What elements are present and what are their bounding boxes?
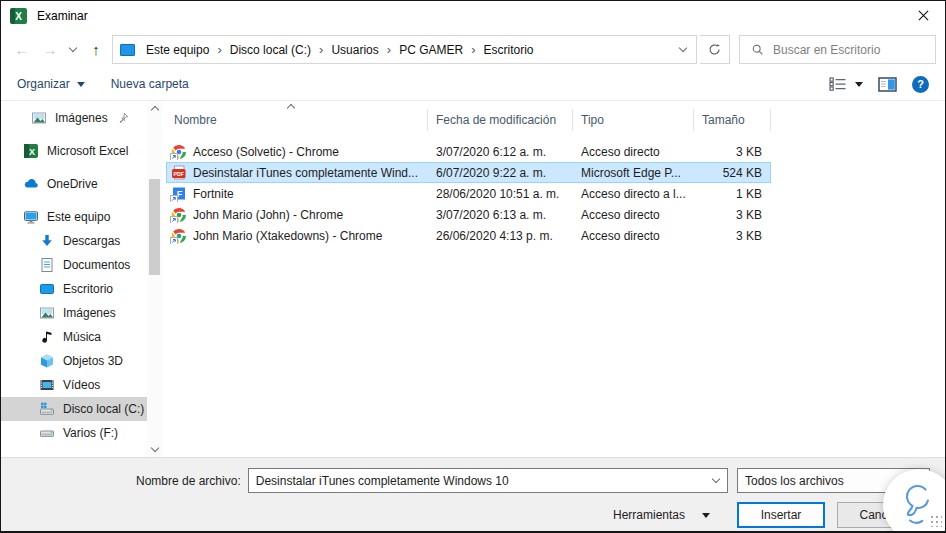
column-header-size[interactable]: Tamaño: [694, 109, 771, 131]
organize-button[interactable]: Organizar: [17, 77, 85, 91]
arrow-right-icon: →: [43, 41, 58, 58]
view-mode-button[interactable]: [829, 77, 863, 91]
address-bar[interactable]: Este equipo›Disco local (C:)›Usuarios›PC…: [112, 35, 697, 64]
browse-dialog-window: X Examinar ← → ↑ Este equipo›Disco local…: [0, 0, 946, 533]
scroll-up-button[interactable]: [147, 101, 162, 116]
up-button[interactable]: ↑: [84, 36, 108, 64]
sidebar-item-onedrive[interactable]: OneDrive: [1, 172, 147, 196]
sidebar-scrollbar[interactable]: [147, 101, 162, 457]
sidebar-item-microsoft-excel[interactable]: XMicrosoft Excel: [1, 139, 147, 163]
svg-text:PDF: PDF: [174, 170, 184, 176]
sidebar-item-label: Disco local (C:): [63, 402, 144, 416]
breadcrumb-separator-icon[interactable]: ›: [470, 42, 476, 57]
file-size: 3 KB: [694, 145, 771, 159]
chevron-down-icon: [679, 44, 687, 52]
command-toolbar: Organizar Nueva carpeta ?: [1, 68, 945, 101]
sidebar-item-varios-f-[interactable]: Varios (F:): [1, 421, 147, 445]
search-icon: [751, 43, 764, 56]
tools-menu-button[interactable]: Herramientas: [599, 508, 724, 522]
breadcrumb-item[interactable]: Usuarios: [324, 43, 385, 57]
address-dropdown-button[interactable]: [670, 36, 696, 63]
file-row[interactable]: FFortnite28/06/2020 10:51 a. m.Acceso di…: [166, 183, 771, 204]
file-type: Acceso directo: [573, 229, 694, 243]
forward-button[interactable]: →: [38, 36, 62, 64]
breadcrumb-item[interactable]: PC GAMER: [392, 43, 470, 57]
insert-button[interactable]: Insertar: [737, 502, 825, 528]
sidebar-item[interactable]: [1, 454, 147, 457]
file-date: 3/07/2020 6:12 a. m.: [428, 145, 573, 159]
filename-input[interactable]: Desinstalar iTunes completamente Windows…: [248, 468, 728, 493]
breadcrumb-item[interactable]: Este equipo: [139, 43, 216, 57]
sidebar-item-documentos[interactable]: Documentos: [1, 253, 147, 277]
chrome-shortcut-icon: [171, 144, 187, 160]
arrow-up-icon: ↑: [92, 41, 100, 58]
file-size: 1 KB: [694, 187, 771, 201]
sidebar-item-label: Microsoft Excel: [47, 144, 128, 158]
search-box[interactable]: Buscar en Escritorio: [739, 35, 936, 64]
sidebar-item-vídeos[interactable]: Vídeos: [1, 373, 147, 397]
onedrive-cloud-icon: [23, 176, 39, 192]
filename-label: Nombre de archivo:: [136, 474, 241, 488]
navigation-bar: ← → ↑ Este equipo›Disco local (C:)›Usuar…: [1, 31, 945, 68]
pictures-icon: [31, 110, 47, 126]
file-size: 3 KB: [694, 229, 771, 243]
column-header-type[interactable]: Tipo: [573, 109, 694, 131]
sidebar-item-label: Vídeos: [63, 378, 100, 392]
sidebar-item-descargas[interactable]: Descargas: [1, 229, 147, 253]
column-header-name[interactable]: Nombre: [166, 109, 428, 131]
details-view-icon: [829, 77, 847, 91]
file-name-cell: John Mario (Xtakedowns) - Chrome: [166, 228, 428, 244]
file-row[interactable]: John Mario (Xtakedowns) - Chrome26/06/20…: [166, 225, 771, 246]
sidebar-item-música[interactable]: Música: [1, 325, 147, 349]
file-name: Acceso (Solvetic) - Chrome: [193, 145, 339, 159]
sidebar-item-label: Imágenes: [63, 306, 116, 320]
close-button[interactable]: [901, 1, 945, 30]
this-pc-icon: [23, 209, 39, 225]
refresh-icon: [708, 43, 721, 56]
chevron-down-icon[interactable]: [705, 479, 727, 482]
file-row[interactable]: Acceso (Solvetic) - Chrome3/07/2020 6:12…: [166, 141, 771, 162]
scrollbar-thumb[interactable]: [149, 179, 160, 275]
help-button[interactable]: ?: [912, 76, 929, 93]
chevron-down-icon: [150, 444, 158, 452]
sidebar-item-imágenes[interactable]: Imágenes: [1, 106, 147, 130]
file-type: Microsoft Edge P...: [573, 166, 694, 180]
search-placeholder: Buscar en Escritorio: [773, 43, 880, 57]
sidebar-item-objetos-3d[interactable]: Objetos 3D: [1, 349, 147, 373]
caret-down-icon: [855, 82, 863, 87]
excel-icon: X: [23, 143, 39, 159]
breadcrumb-item[interactable]: Disco local (C:): [223, 43, 318, 57]
file-name-cell: FFortnite: [166, 186, 428, 202]
recent-locations-button[interactable]: [66, 48, 80, 51]
videos-icon: [39, 377, 55, 393]
file-row[interactable]: John Mario (John) - Chrome3/07/2020 6:13…: [166, 204, 771, 225]
sidebar-item-escritorio[interactable]: Escritorio: [1, 277, 147, 301]
file-row[interactable]: PDFDesinstalar iTunes completamente Wind…: [166, 162, 771, 183]
sidebar-item-disco-local-c-[interactable]: Disco local (C:): [1, 397, 147, 421]
pin-icon: [117, 112, 129, 124]
sidebar-item-label: Imágenes: [55, 111, 108, 125]
column-header-date[interactable]: Fecha de modificación: [428, 109, 573, 131]
shortcut-arrow-icon: [170, 195, 178, 202]
local-disk-icon: [39, 401, 55, 417]
breadcrumb-item[interactable]: Escritorio: [477, 43, 541, 57]
refresh-button[interactable]: [700, 35, 730, 64]
file-date: 28/06/2020 10:51 a. m.: [428, 187, 573, 201]
breadcrumb-separator-icon[interactable]: ›: [216, 42, 222, 57]
preview-pane-button[interactable]: [878, 77, 897, 92]
scroll-down-button[interactable]: [147, 442, 162, 457]
new-folder-button[interactable]: Nueva carpeta: [111, 77, 189, 91]
downloads-icon: [39, 233, 55, 249]
fortnite-shortcut-icon: F: [171, 186, 187, 202]
arrow-left-icon: ←: [15, 41, 30, 58]
file-date: 3/07/2020 6:13 a. m.: [428, 208, 573, 222]
file-name: Fortnite: [193, 187, 234, 201]
sidebar-item-imágenes[interactable]: Imágenes: [1, 301, 147, 325]
caret-down-icon: [77, 82, 85, 87]
resize-grip[interactable]: [930, 515, 942, 527]
chevron-up-icon: [150, 106, 158, 114]
sidebar-item-este-equipo[interactable]: Este equipo: [1, 205, 147, 229]
sidebar-item-label: Objetos 3D: [63, 354, 123, 368]
back-button[interactable]: ←: [10, 36, 34, 64]
column-headers: Nombre Fecha de modificación Tipo Tamaño: [166, 106, 945, 134]
